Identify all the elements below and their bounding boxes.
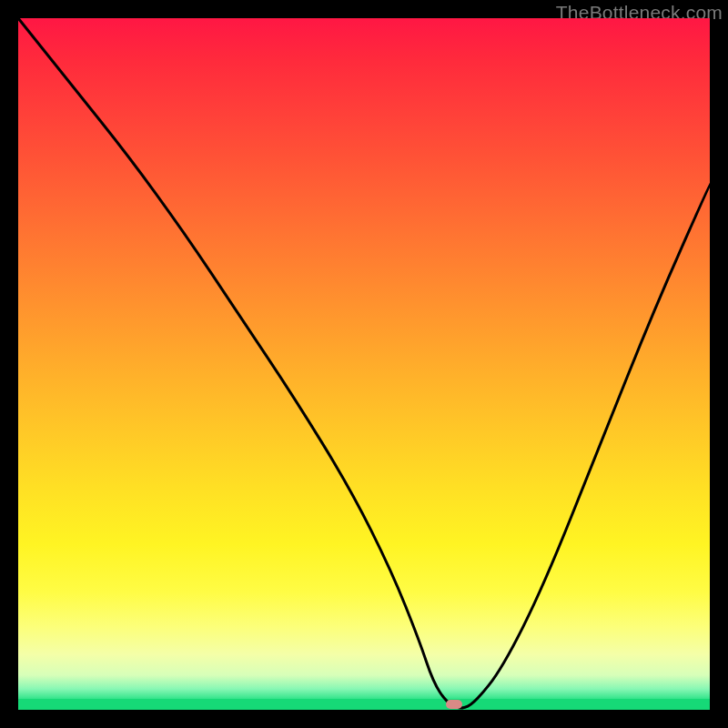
chart-frame: TheBottleneck.com <box>0 0 728 728</box>
optimal-marker-icon <box>446 700 462 709</box>
plot-area <box>18 18 710 710</box>
bottleneck-curve <box>18 18 710 710</box>
